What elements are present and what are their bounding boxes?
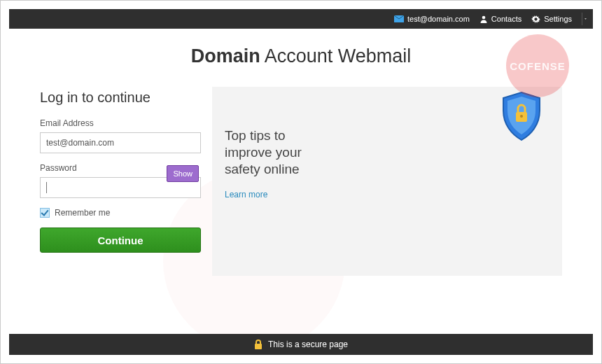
password-field-group: Password Show	[40, 163, 201, 198]
learn-more-label: Learn more	[225, 190, 267, 200]
continue-button[interactable]: Continue	[40, 227, 201, 253]
lock-icon	[254, 340, 262, 349]
page-title-brand: Domain	[191, 46, 260, 66]
contacts-label: Contacts	[491, 15, 522, 23]
settings-label: Settings	[544, 15, 572, 23]
contacts-link[interactable]: Contacts	[479, 15, 522, 23]
tips-heading: Top tips to improve your safety online	[225, 127, 330, 177]
chevron-down-icon	[584, 18, 587, 20]
email-field-group: Email Address test@domain.com	[40, 118, 201, 153]
settings-link[interactable]: Settings	[531, 15, 572, 24]
shield-icon	[499, 91, 544, 144]
continue-button-label: Continue	[98, 234, 144, 246]
text-cursor	[46, 182, 47, 193]
gear-icon	[531, 15, 540, 24]
show-password-button[interactable]: Show	[167, 165, 199, 182]
footer-bar: This is a secure page	[9, 334, 593, 355]
envelope-icon	[394, 15, 404, 22]
viewport-frame: test@domain.com Contacts Settings Domain…	[0, 0, 602, 364]
login-heading: Log in to continue	[40, 90, 201, 106]
brand-header: Domain Account Webmail COFENSE	[9, 29, 593, 87]
email-label: Email Address	[40, 118, 201, 128]
email-input[interactable]: test@domain.com	[40, 132, 201, 153]
person-icon	[479, 15, 488, 23]
app-window: test@domain.com Contacts Settings Domain…	[9, 9, 593, 355]
page-title: Domain Account Webmail	[9, 46, 593, 67]
svg-point-2	[520, 115, 523, 118]
cofense-watermark-badge: COFENSE	[506, 34, 569, 97]
login-form: Log in to continue Email Address test@do…	[40, 87, 201, 276]
user-email-text: test@domain.com	[407, 15, 470, 23]
email-input-value: test@domain.com	[46, 138, 114, 148]
footer-secure-text: This is a secure page	[268, 340, 348, 349]
remember-me-checkbox[interactable]	[40, 208, 50, 218]
watermark-text: COFENSE	[510, 60, 566, 72]
svg-rect-3	[255, 344, 262, 349]
top-bar: test@domain.com Contacts Settings	[9, 9, 593, 29]
settings-dropdown-toggle[interactable]	[582, 13, 589, 25]
page-title-rest: Account Webmail	[260, 46, 412, 66]
remember-me-label: Remember me	[55, 208, 110, 218]
learn-more-link[interactable]: Learn more	[225, 190, 267, 200]
main-columns: Log in to continue Email Address test@do…	[9, 87, 593, 276]
show-button-label: Show	[173, 169, 192, 178]
remember-me-row[interactable]: Remember me	[40, 208, 201, 218]
user-email-link[interactable]: test@domain.com	[394, 15, 470, 23]
svg-point-0	[482, 16, 486, 20]
tips-panel: Top tips to improve your safety online L…	[212, 87, 562, 276]
